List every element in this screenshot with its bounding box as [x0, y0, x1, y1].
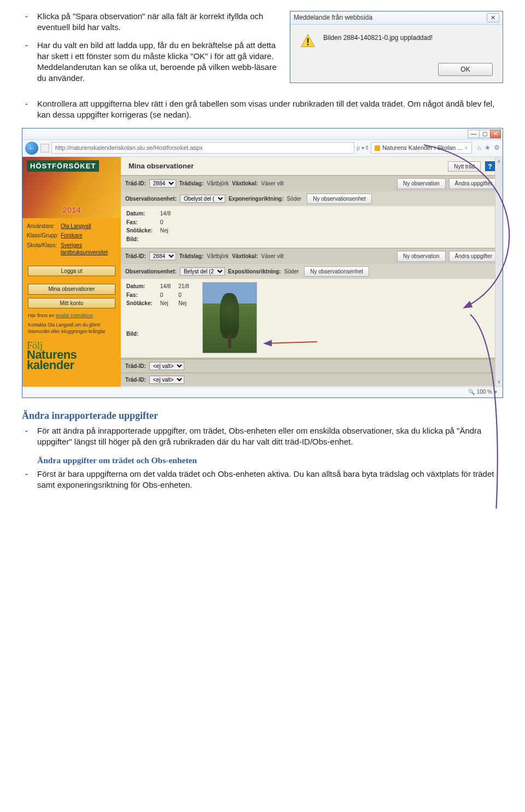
browser-tab[interactable]: Naturens Kalender i Skolan ... × — [371, 142, 472, 154]
observation-table: Datum:14/821/8 Fas:00 Snötäcke:NejNej — [126, 282, 197, 308]
tradslag-label: Trädslag: — [179, 180, 203, 188]
message-dialog: Meddelande från webbsida ✕ Bilden 2884-1… — [290, 11, 503, 83]
banner-image: HÖSTFÖRSÖKET 2014 — [22, 157, 121, 218]
banner-year: 2014 — [22, 205, 121, 215]
vaxtlokal-value: Växer vilt — [261, 253, 284, 260]
trad-id-label: Träd-ID: — [125, 376, 146, 384]
window-maximize-button[interactable]: ▢ — [479, 130, 491, 138]
obs-enhet-select[interactable]: Belyst del (2 — [180, 267, 225, 276]
observation-block: Träd-ID: 2884 Trädslag: Vårtbjörk Växtlo… — [121, 249, 503, 359]
obs-enhet-label: Observationsenhet: — [125, 195, 177, 203]
trad-id-label: Träd-ID: — [125, 363, 146, 370]
subsection-heading-tree-obs: Ändra uppgifter om trädet och Obs-enhete… — [37, 455, 503, 466]
tradslag-label: Trädslag: — [179, 253, 203, 260]
help-button[interactable]: ? — [485, 161, 495, 171]
school-label: Skola/Klass: — [27, 242, 61, 256]
new-observation-button[interactable]: Ny observation — [397, 251, 446, 262]
vaxtlokal-value: Växer vilt — [261, 180, 284, 188]
svg-rect-1 — [307, 38, 309, 43]
search-indicator: ρ ▾ ¢ — [357, 144, 369, 152]
bullet-3: Kontrollera att uppgifterna blev rätt i … — [37, 98, 503, 121]
window-minimize-button[interactable]: — — [468, 130, 480, 138]
page-title: Mina observationer — [129, 161, 194, 171]
address-bar[interactable]: http://naturenskalenderiskolan.slu.se/Ho… — [51, 142, 354, 154]
favorites-icon[interactable]: ★ — [485, 143, 491, 152]
trad-id-select[interactable]: 2884 — [149, 179, 176, 188]
bild-label: Bild: — [126, 330, 146, 338]
vaxtlokal-label: Växtlokal: — [232, 180, 258, 188]
tools-icon[interactable]: ⚙ — [494, 143, 500, 152]
dialog-close-button[interactable]: ✕ — [487, 13, 499, 22]
trad-id-select[interactable]: <ej valt> — [149, 376, 184, 384]
obs-enhet-label: Observationsenhet: — [125, 268, 177, 276]
section2-bullet-1: För att ändra på inrapporterade uppgifte… — [37, 425, 503, 448]
zoom-icon[interactable]: 🔍 — [468, 388, 475, 396]
new-observation-button[interactable]: Ny observation — [397, 178, 446, 189]
trad-id-select[interactable]: <ej valt> — [149, 362, 184, 370]
dialog-title: Meddelande från webbsida — [294, 13, 372, 22]
expos-rikt-label: Expositionsriktning: — [228, 268, 281, 276]
exp-rikt-value: Söder — [287, 195, 301, 203]
section-heading-edit: Ändra inrapporterade uppgifter — [22, 409, 503, 422]
browser-screenshot: — ▢ ✕ ← http://naturenskalenderiskolan.s… — [22, 128, 503, 398]
tab-title: Naturens Kalender i Skolan ... — [382, 144, 462, 152]
new-tree-button[interactable]: Nytt träd — [448, 161, 481, 172]
banner-title: HÖSTFÖRSÖKET — [27, 160, 99, 172]
vaxtlokal-label: Växtlokal: — [232, 253, 258, 260]
bullet-1: Klicka på "Spara observation" när alla f… — [37, 11, 279, 33]
user-value: Ola Langvall — [61, 223, 116, 230]
tradslag-value: Vårtbjörk — [207, 253, 229, 260]
browser-forward-button[interactable] — [40, 144, 49, 153]
naturens-kalender-logo: Följ Naturens kalender — [22, 339, 121, 371]
warning-icon — [300, 33, 316, 49]
group-label: Klass/Grupp: — [27, 232, 61, 239]
trad-id-label: Träd-ID: — [125, 253, 146, 260]
edit-data-button[interactable]: Ändra uppgifter — [449, 251, 498, 262]
zoom-level: 100 % — [477, 388, 492, 396]
dialog-message: Bilden 2884-140821-0.jpg uppladdad! — [323, 33, 433, 42]
new-obs-unit-button[interactable]: Ny observationsenhet — [307, 194, 372, 205]
main-content: Mina observationer Nytt träd ? Träd-ID: … — [121, 157, 503, 398]
section2-bullet-2: Först är bara uppgifterna om det valda t… — [37, 469, 503, 491]
tab-close-icon[interactable]: × — [464, 144, 468, 152]
new-obs-unit-button[interactable]: Ny observationsenhet — [304, 266, 369, 277]
favicon-icon — [375, 145, 380, 151]
user-label: Användare: — [27, 223, 61, 230]
bullet-2: Har du valt en bild att ladda upp, får d… — [37, 40, 279, 84]
my-observations-button[interactable]: Mina observationer — [28, 284, 115, 295]
exp-rikt-label: Exponeringsriktning: — [229, 195, 284, 203]
sidebar: HÖSTFÖRSÖKET 2014 Användare:Ola Langvall… — [22, 157, 121, 398]
observation-block: Träd-ID: 2884 Trädslag: Vårtbjörk Växtlo… — [121, 176, 503, 249]
logout-button[interactable]: Logga ut — [28, 266, 115, 277]
observation-table: Datum:14/8 Fas:0 Snötäcke:Nej Bild: — [126, 209, 178, 243]
school-value: Sveriges lantbruksuniversitet — [61, 242, 116, 256]
expos-rikt-value: Söder — [284, 268, 299, 276]
zoom-dropdown-icon[interactable]: ▾ — [494, 388, 497, 396]
browser-back-button[interactable]: ← — [25, 142, 38, 155]
tradslag-value: Vårtbjörk — [207, 180, 229, 188]
home-icon[interactable]: ⌂ — [477, 143, 481, 152]
my-account-button[interactable]: Mitt konto — [28, 298, 115, 309]
trad-id-select[interactable]: 2884 — [149, 252, 176, 260]
contact-note: Kontakta Ola Langvall om du glömt löseno… — [22, 321, 121, 339]
quick-instruction-link[interactable]: snabb instruktion — [56, 313, 93, 318]
quick-instruction-note: Här finns en snabb instruktion — [22, 310, 121, 321]
svg-rect-2 — [307, 44, 309, 45]
obs-enhet-select[interactable]: Obelyst del ( — [180, 195, 225, 203]
dialog-ok-button[interactable]: OK — [438, 63, 493, 76]
vertical-scrollbar[interactable] — [495, 157, 503, 387]
window-close-button[interactable]: ✕ — [490, 130, 501, 138]
edit-data-button[interactable]: Ändra uppgifter — [449, 178, 498, 189]
group-value: Forskare — [61, 232, 116, 239]
tree-photo — [202, 282, 257, 353]
trad-id-label: Träd-ID: — [125, 180, 146, 188]
